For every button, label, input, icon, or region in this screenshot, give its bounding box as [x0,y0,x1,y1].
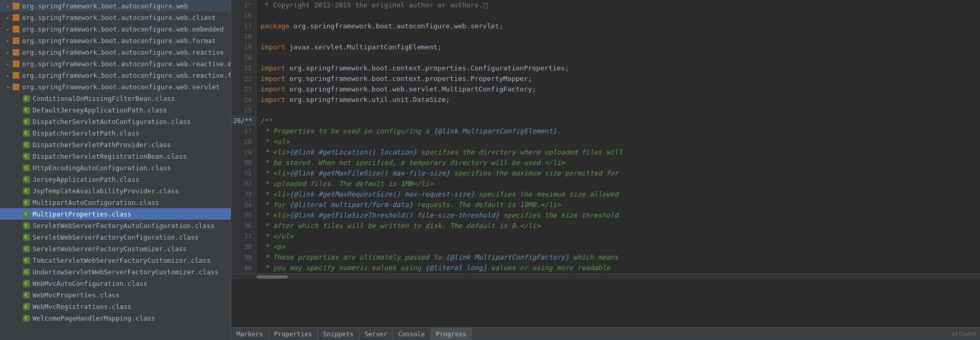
tree-item-ServletWebServerFactoryCustomizer[interactable]: CServletWebServerFactoryCustomizer.class [0,243,231,254]
tree-item-web[interactable]: org.springframework.boot.autoconfigure.w… [0,0,231,12]
tree-item-UndertowServletWebServerFactoryCustomizer[interactable]: CUndertowServletWebServerFactoryCustomiz… [0,266,231,277]
tree-item-WelcomePageHandlerMapping[interactable]: CWelcomePageHandlerMapping.class [0,312,231,324]
tree-item-HttpEncodingAutoConfiguration[interactable]: CHttpEncodingAutoConfiguration.class [0,162,231,173]
tree-item-MultipartAutoConfiguration[interactable]: CMultipartAutoConfiguration.class [0,197,231,208]
class-icon: C [22,267,30,276]
status-right: allowed [952,331,980,337]
tree-label: org.springframework.boot.autoconfigure.w… [22,60,231,68]
code-line-row: 22import org.springframework.boot.contex… [231,74,980,84]
class-icon: C [22,256,30,264]
package-icon [12,36,20,45]
editor-area: 2* * Copyright 2012-2019 the original au… [231,0,980,340]
line-number: 22 [231,74,256,84]
line-number: 37 [231,231,256,242]
tree-arrow [4,15,12,20]
class-icon: C [22,187,30,195]
tree-arrow [4,38,12,44]
line-number: 36 [231,221,256,231]
tree-item-DefaultJerseyApplicationPath[interactable]: CDefaultJerseyApplicationPath.class [0,104,231,116]
line-number: 39 [231,252,256,263]
code-line-row: 39 * These properties are ultimately pas… [231,252,980,263]
tree-item-MultipartProperties[interactable]: CMultipartProperties.class [0,208,231,220]
code-line-row: 26/**/** [231,116,980,126]
code-line-row: 32 * uploaded files. The default is 1MB<… [231,179,980,189]
tree-item-ConditionalOnMissingFilterBean[interactable]: CConditionalOnMissingFilterBean.class [0,92,231,104]
tree-item-WebMvcRegistrations[interactable]: CWebMvcRegistrations.class [0,301,231,312]
line-number: 21 [231,63,256,74]
file-tree[interactable]: org.springframework.boot.autoconfigure.w… [0,0,231,340]
tree-label: DispatcherServletPath.class [33,129,139,137]
code-content: * <li>{@link #getMaxRequestSize() max-re… [256,189,980,200]
horizontal-scrollbar[interactable] [231,273,980,280]
tree-arrow [4,49,12,55]
line-number: 16 [231,11,256,21]
bottom-tab-properties[interactable]: Properties [269,328,318,340]
code-line-row: 23import org.springframework.boot.web.se… [231,84,980,95]
code-content: * <li>{@link #getMaxFileSize() max-file-… [256,168,980,179]
tree-item-JspTemplateAvailabilityProvider[interactable]: CJspTemplateAvailabilityProvider.class [0,185,231,197]
tree-item-DispatcherServletPath[interactable]: CDispatcherServletPath.class [0,127,231,139]
code-line-row: 28 * <ul> [231,137,980,147]
line-number: 33 [231,189,256,200]
code-line-row: 24import org.springframework.util.unit.D… [231,95,980,105]
code-content: * uploaded files. The default is 1MB</li… [256,179,980,189]
tree-item-web.reactive.functi[interactable]: org.springframework.boot.autoconfigure.w… [0,69,231,81]
tree-item-web.reactive.error[interactable]: org.springframework.boot.autoconfigure.w… [0,58,231,69]
code-content: import org.springframework.util.unit.Dat… [256,95,980,105]
bottom-tab-server[interactable]: Server [359,328,393,340]
code-editor[interactable]: 2* * Copyright 2012-2019 the original au… [231,0,980,340]
bottom-tab-console[interactable]: Console [393,328,431,340]
code-line-row: 30 * be stored. When not specified, a te… [231,158,980,168]
tree-item-ServletWebServerFactoryConfiguration[interactable]: CServletWebServerFactoryConfiguration.cl… [0,231,231,243]
bottom-tab-bar: MarkersPropertiesSnippetsServerConsolePr… [231,327,980,340]
code-line-row: 40 * you may specify numeric values usin… [231,263,980,273]
tree-item-DispatcherServletAutoConfiguration[interactable]: CDispatcherServletAutoConfiguration.clas… [0,116,231,127]
code-content [256,53,980,63]
tree-item-web.client[interactable]: org.springframework.boot.autoconfigure.w… [0,12,231,23]
class-icon: C [22,106,30,114]
bottom-tab-progress[interactable]: Progress [431,328,472,340]
line-number: 25 [231,105,256,116]
tree-item-WebMvcProperties[interactable]: CWebMvcProperties.class [0,289,231,301]
bottom-tab-snippets[interactable]: Snippets [318,328,359,340]
line-number: 28 [231,137,256,147]
code-line-row: 31 * <li>{@link #getMaxFileSize() max-fi… [231,168,980,179]
line-number: 20 [231,53,256,63]
code-line-row: 25 [231,105,980,116]
line-number: 38 [231,242,256,252]
tree-label: org.springframework.boot.autoconfigure.w… [22,14,216,22]
class-icon: C [22,221,30,230]
line-number: 31 [231,168,256,179]
tree-item-web.reactive[interactable]: org.springframework.boot.autoconfigure.w… [0,46,231,58]
code-content: * These properties are ultimately passed… [256,252,980,263]
tree-item-JerseyApplicationPath[interactable]: CJerseyApplicationPath.class [0,173,231,185]
tree-label: JspTemplateAvailabilityProvider.class [33,187,179,195]
class-icon: C [22,198,30,207]
tree-item-WebMvcAutoConfiguration[interactable]: CWebMvcAutoConfiguration.class [0,277,231,289]
class-icon: C [22,291,30,299]
code-content [256,11,980,21]
bottom-tab-markers[interactable]: Markers [231,328,269,340]
class-icon: C [22,163,30,172]
package-icon [12,59,20,68]
code-content: import org.springframework.boot.web.serv… [256,84,980,95]
line-number: 2* [231,0,256,11]
tree-item-web.format[interactable]: org.springframework.boot.autoconfigure.w… [0,35,231,46]
package-icon [12,83,20,91]
tree-label: org.springframework.boot.autoconfigure.w… [22,71,231,79]
tree-item-web.servlet[interactable]: org.springframework.boot.autoconfigure.w… [0,81,231,92]
tree-item-TomcatServletWebServerFactoryCustomizer[interactable]: CTomcatServletWebServerFactoryCustomizer… [0,254,231,266]
tree-label: MultipartAutoConfiguration.class [33,199,159,207]
code-line-row: 27 * Properties to be used in configurin… [231,126,980,137]
tree-arrow [4,61,12,67]
code-line-row: 29 * <li>{@link #getLocation() location}… [231,147,980,158]
code-content: /** [256,116,980,126]
tree-label: ServletWebServerFactoryCustomizer.class [33,245,187,253]
class-icon: C [22,302,30,311]
tree-item-web.embedded[interactable]: org.springframework.boot.autoconfigure.w… [0,23,231,35]
tree-item-DispatcherServletPathProvider[interactable]: CDispatcherServletPathProvider.class [0,139,231,150]
code-line-row: 34 * for {@literal multipart/form-data} … [231,200,980,210]
tree-item-ServletWebServerFactoryAutoConfiguration[interactable]: CServletWebServerFactoryAutoConfiguratio… [0,220,231,231]
tree-item-DispatcherServletRegistrationBean[interactable]: CDispatcherServletRegistrationBean.class [0,150,231,162]
tree-label: WebMvcRegistrations.class [33,303,131,311]
